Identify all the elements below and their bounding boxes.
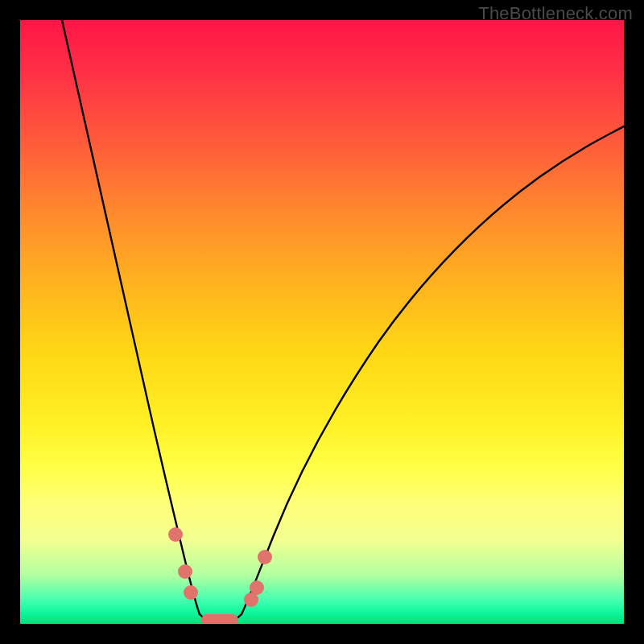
marker-left-1 xyxy=(168,527,183,542)
curve-left-branch xyxy=(62,20,200,614)
marker-left-2 xyxy=(178,564,192,579)
curve-layer xyxy=(20,20,624,624)
marker-right-3 xyxy=(258,550,272,564)
marker-valley-capsule xyxy=(201,614,238,624)
marker-right-2 xyxy=(250,580,264,595)
curve-right-branch xyxy=(242,126,624,614)
watermark-text: TheBottleneck.com xyxy=(478,3,633,24)
plot-area xyxy=(20,20,624,624)
marker-left-3 xyxy=(184,585,198,600)
chart-stage: TheBottleneck.com xyxy=(0,0,644,644)
